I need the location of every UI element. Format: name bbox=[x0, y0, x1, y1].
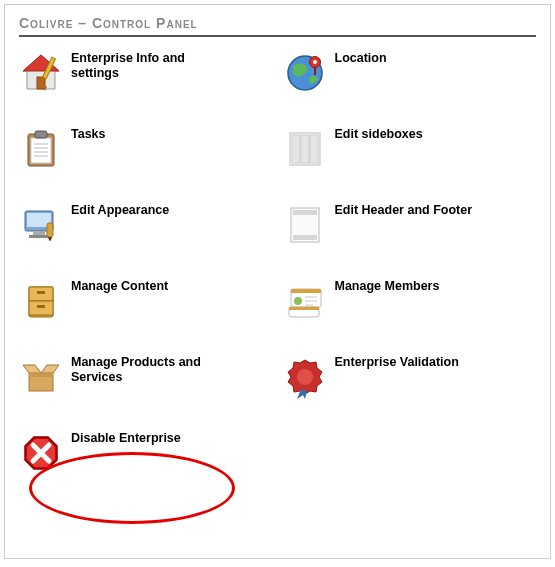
svg-marker-41 bbox=[23, 365, 41, 373]
svg-rect-9 bbox=[31, 138, 51, 163]
option-disable-enterprise[interactable]: Disable Enterprise bbox=[19, 431, 273, 479]
option-manage-content[interactable]: Manage Content bbox=[19, 279, 273, 327]
svg-rect-31 bbox=[37, 305, 45, 308]
open-box-icon bbox=[19, 355, 63, 399]
option-tasks[interactable]: Tasks bbox=[19, 127, 273, 175]
option-label: Edit Appearance bbox=[71, 203, 169, 218]
svg-marker-42 bbox=[41, 365, 59, 373]
option-manage-products[interactable]: Manage Products and Services bbox=[19, 355, 273, 403]
svg-rect-25 bbox=[293, 210, 317, 215]
option-edit-appearance[interactable]: Edit Appearance bbox=[19, 203, 273, 251]
svg-rect-18 bbox=[310, 135, 318, 163]
option-edit-sideboxes[interactable]: Edit sideboxes bbox=[283, 127, 537, 175]
option-enterprise-info[interactable]: Enterprise Info and settings bbox=[19, 51, 273, 99]
option-label: Manage Content bbox=[71, 279, 168, 294]
house-tools-icon bbox=[19, 51, 63, 95]
clipboard-icon bbox=[19, 127, 63, 171]
option-label: Enterprise Validation bbox=[335, 355, 459, 370]
svg-rect-10 bbox=[35, 131, 47, 138]
monitor-brush-icon bbox=[19, 203, 63, 247]
option-manage-members[interactable]: Manage Members bbox=[283, 279, 537, 327]
option-label: Manage Products and Services bbox=[71, 355, 221, 385]
option-label: Tasks bbox=[71, 127, 106, 142]
svg-rect-33 bbox=[291, 289, 321, 293]
option-label: Edit Header and Footer bbox=[335, 203, 473, 218]
title-underline bbox=[19, 35, 536, 37]
control-panel: Colivre – Control Panel Enterprise Info … bbox=[4, 4, 551, 559]
id-cards-icon bbox=[283, 279, 327, 323]
drawer-icon bbox=[19, 279, 63, 323]
page-header-footer-icon bbox=[283, 203, 327, 247]
svg-rect-17 bbox=[301, 135, 309, 163]
option-edit-header-footer[interactable]: Edit Header and Footer bbox=[283, 203, 537, 251]
options-grid: Enterprise Info and settings Location bbox=[19, 45, 536, 479]
seal-ribbon-icon bbox=[283, 355, 327, 399]
svg-point-7 bbox=[313, 60, 317, 64]
svg-rect-43 bbox=[29, 373, 53, 377]
svg-rect-23 bbox=[47, 223, 53, 237]
svg-rect-26 bbox=[293, 235, 317, 240]
svg-rect-16 bbox=[292, 135, 300, 163]
option-label: Edit sideboxes bbox=[335, 127, 423, 142]
option-label: Enterprise Info and settings bbox=[71, 51, 221, 81]
svg-rect-39 bbox=[289, 307, 319, 310]
option-enterprise-validation[interactable]: Enterprise Validation bbox=[283, 355, 537, 403]
svg-point-44 bbox=[297, 369, 313, 385]
svg-rect-2 bbox=[37, 77, 45, 89]
globe-pin-icon bbox=[283, 51, 327, 95]
option-label: Disable Enterprise bbox=[71, 431, 181, 446]
option-label: Location bbox=[335, 51, 387, 66]
panel-title: Colivre – Control Panel bbox=[19, 15, 536, 35]
option-label: Manage Members bbox=[335, 279, 440, 294]
option-location[interactable]: Location bbox=[283, 51, 537, 99]
svg-rect-22 bbox=[29, 235, 49, 238]
columns-icon bbox=[283, 127, 327, 171]
svg-rect-21 bbox=[33, 231, 45, 235]
svg-rect-30 bbox=[37, 291, 45, 294]
stop-x-icon bbox=[19, 431, 63, 475]
svg-point-34 bbox=[294, 297, 302, 305]
